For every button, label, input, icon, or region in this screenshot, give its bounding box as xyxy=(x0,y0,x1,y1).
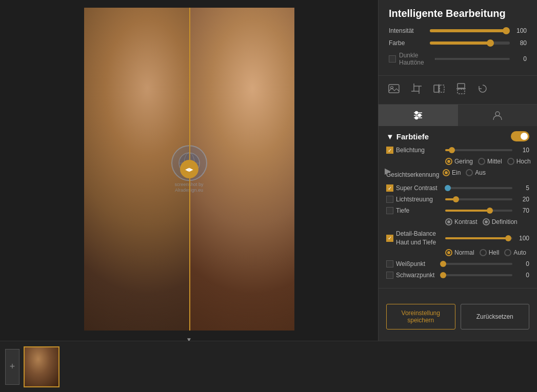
svg-rect-10 xyxy=(434,85,439,92)
super-contrast-row: Super Contrast 5 xyxy=(386,184,529,192)
schwarzpunkt-value: 0 xyxy=(515,272,529,279)
radio-definition[interactable]: Definition xyxy=(483,218,518,225)
lichtstreuung-label: Lichtstreuung xyxy=(386,196,443,203)
weisspunkt-label: Weißpunkt xyxy=(386,260,443,267)
radio-dot-hoch xyxy=(507,158,514,165)
crop-icon[interactable] xyxy=(409,81,424,98)
radio-dot-mittel xyxy=(478,158,485,165)
farbtiefe-toggle[interactable] xyxy=(511,131,529,141)
radio-dot-auto xyxy=(504,249,511,256)
divider-handle[interactable] xyxy=(180,160,198,178)
radio-dot-gering xyxy=(445,158,452,165)
save-button[interactable]: Voreinstellung speichern xyxy=(386,304,455,329)
image-canvas: screenshot by Alradesign.eu xyxy=(84,8,294,331)
section-title: ▼ Farbtiefe xyxy=(386,132,429,141)
radio-dot-aus xyxy=(466,169,473,176)
radio-mittel[interactable]: Mittel xyxy=(478,158,502,165)
detail-balance-slider[interactable] xyxy=(445,237,512,239)
farbe-value: 80 xyxy=(512,39,527,47)
svg-rect-11 xyxy=(440,85,444,92)
dunkle-value: 0 xyxy=(512,55,527,63)
rotate-icon[interactable] xyxy=(475,81,490,98)
weisspunkt-row: Weißpunkt 0 xyxy=(386,260,529,267)
filmstrip-item-1[interactable] xyxy=(24,346,59,387)
lichtstreuung-slider[interactable] xyxy=(445,198,512,200)
radio-ein[interactable]: Ein xyxy=(443,169,461,176)
panel-header: Intelligente Bearbeitung xyxy=(379,0,537,25)
dunkle-label: DunkleHauttöne xyxy=(399,52,432,66)
super-contrast-label: Super Contrast xyxy=(386,184,443,192)
radio-normal[interactable]: Normal xyxy=(445,249,474,256)
tiefe-row: Tiefe 70 xyxy=(386,207,529,214)
lichtstreuung-checkbox[interactable] xyxy=(386,196,393,203)
flip-h-icon[interactable] xyxy=(431,82,447,98)
radio-dot-hell xyxy=(480,249,487,256)
radio-dot-normal xyxy=(445,249,452,256)
intensitat-slider[interactable] xyxy=(430,29,510,32)
tiefe-checkbox[interactable] xyxy=(386,207,393,214)
dunkle-row: DunkleHauttöne 0 xyxy=(389,52,527,66)
face-recognition-row: Gesichtserkennung Ein Aus xyxy=(386,169,529,180)
svg-point-19 xyxy=(415,112,418,114)
super-contrast-slider[interactable] xyxy=(445,187,512,189)
bottom-buttons: Voreinstellung speichern Zurücksetzen xyxy=(379,298,537,336)
section-header: ▼ Farbtiefe xyxy=(386,131,529,141)
farbe-label: Farbe xyxy=(389,39,427,47)
radio-dot-definition xyxy=(483,218,490,225)
radio-auto[interactable]: Auto xyxy=(504,249,526,256)
filmstrip: + xyxy=(0,341,537,392)
image-left xyxy=(84,8,189,331)
lichtstreuung-row: Lichtstreuung 20 xyxy=(386,196,529,203)
intensitat-label: Intensität xyxy=(389,27,427,34)
intensitat-value: 100 xyxy=(512,27,527,34)
radio-kontrast[interactable]: Kontrast xyxy=(445,218,478,225)
weisspunkt-checkbox[interactable] xyxy=(386,260,393,267)
farbe-row: Farbe 80 xyxy=(389,39,527,47)
detail-balance-checkbox[interactable] xyxy=(386,235,393,242)
belichtung-slider[interactable] xyxy=(445,149,512,151)
super-contrast-value: 5 xyxy=(515,184,529,192)
super-contrast-checkbox[interactable] xyxy=(386,184,393,192)
image-area: screenshot by Alradesign.eu ▼ ▶ xyxy=(0,0,378,341)
tab-person[interactable] xyxy=(458,105,538,126)
tab-sliders[interactable] xyxy=(379,105,458,126)
radio-aus[interactable]: Aus xyxy=(466,169,486,176)
tiefe-label: Tiefe xyxy=(386,207,443,214)
svg-point-22 xyxy=(495,112,500,116)
lichtstreuung-value: 20 xyxy=(515,196,529,203)
farbe-slider[interactable] xyxy=(430,42,510,45)
reset-button[interactable]: Zurücksetzen xyxy=(461,304,530,329)
nav-arrow-right[interactable]: ▶ xyxy=(385,166,391,175)
flip-v-icon[interactable] xyxy=(454,81,468,99)
farbtiefe-section: ▼ Farbtiefe Belichtung 10 xyxy=(379,126,537,288)
image-right xyxy=(189,8,294,331)
dunkle-checkbox[interactable] xyxy=(389,55,396,63)
schwarzpunkt-slider[interactable] xyxy=(445,274,512,276)
radio-hoch[interactable]: Hoch xyxy=(507,158,531,165)
image-icon[interactable] xyxy=(386,82,402,98)
schwarzpunkt-checkbox[interactable] xyxy=(386,272,393,279)
tiefe-slider[interactable] xyxy=(445,210,512,212)
svg-rect-13 xyxy=(458,84,465,88)
schwarzpunkt-row: Schwarzpunkt 0 xyxy=(386,272,529,279)
detail-balance-value: 100 xyxy=(515,235,529,242)
detail-balance-row: Detail-BalanceHaut und Tiefe 100 xyxy=(386,230,529,247)
radio-dot-kontrast xyxy=(445,218,452,225)
tab-bar xyxy=(379,105,537,126)
right-panel: Intelligente Bearbeitung Intensität 100 … xyxy=(378,0,537,341)
belichtung-checkbox[interactable] xyxy=(386,147,393,154)
belichtung-row: Belichtung 10 xyxy=(386,147,529,154)
belichtung-label: Belichtung xyxy=(386,147,443,154)
face-label: Gesichtserkennung xyxy=(386,171,443,178)
belichtung-value: 10 xyxy=(515,147,529,154)
radio-hell[interactable]: Hell xyxy=(480,249,500,256)
filmstrip-photo-1 xyxy=(25,347,58,386)
schwarzpunkt-label: Schwarzpunkt xyxy=(386,272,443,279)
add-photo-button[interactable]: + xyxy=(5,349,19,385)
radio-gering[interactable]: Gering xyxy=(445,158,473,165)
top-sliders: Intensität 100 Farbe 80 DunkleHauttön xyxy=(379,25,537,76)
detail-balance-label: Detail-BalanceHaut und Tiefe xyxy=(386,230,443,247)
toolbar-icons xyxy=(379,76,537,105)
svg-point-21 xyxy=(415,117,418,119)
weisspunkt-slider[interactable] xyxy=(445,263,512,265)
